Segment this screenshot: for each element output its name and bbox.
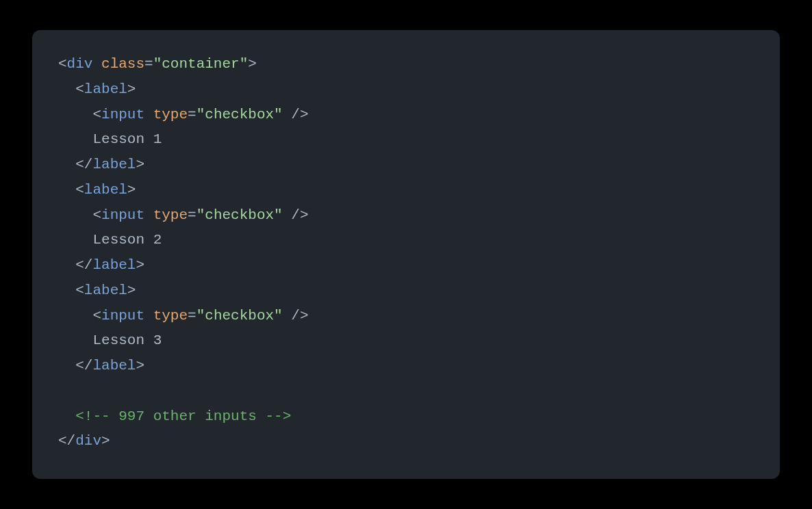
attr-type: type <box>153 107 188 122</box>
tag-input: input <box>101 308 144 324</box>
string-checkbox: "checkbox" <box>196 107 283 122</box>
bracket: > <box>248 56 257 72</box>
tag-label: label <box>92 358 136 374</box>
indent <box>58 81 75 97</box>
attr-class: class <box>101 56 144 72</box>
tag-div: div <box>67 56 93 72</box>
bracket: /> <box>283 308 309 324</box>
tag-label: label <box>92 157 136 172</box>
text-lesson2: Lesson 2 <box>92 232 162 248</box>
equals: = <box>188 308 196 324</box>
indent <box>58 157 75 172</box>
tag-input: input <box>101 107 144 122</box>
bracket: > <box>127 182 136 198</box>
bracket: </ <box>75 257 92 273</box>
bracket: > <box>127 81 136 97</box>
equals: = <box>188 107 196 122</box>
comment: <!-- 997 other inputs --> <box>75 408 291 424</box>
string-checkbox: "checkbox" <box>196 207 283 223</box>
bracket: > <box>136 358 144 374</box>
tag-label: label <box>92 257 136 273</box>
code-content: <div class="container"> <label> <input t… <box>58 52 754 454</box>
bracket: /> <box>283 207 309 223</box>
bracket: /> <box>283 107 309 122</box>
bracket: > <box>127 283 136 298</box>
string-checkbox: "checkbox" <box>196 308 283 324</box>
attr-type: type <box>153 207 188 223</box>
indent <box>58 207 92 223</box>
tag-div: div <box>75 433 101 449</box>
bracket: < <box>75 81 84 97</box>
bracket: </ <box>58 433 75 449</box>
bracket: </ <box>75 358 92 374</box>
bracket: < <box>92 207 101 223</box>
bracket: < <box>92 107 101 122</box>
indent <box>58 332 92 348</box>
equals: = <box>144 56 153 72</box>
indent <box>58 283 75 298</box>
tag-label: label <box>84 182 127 198</box>
indent <box>58 131 92 147</box>
bracket: > <box>136 157 144 172</box>
indent <box>58 232 92 248</box>
code-block: <div class="container"> <label> <input t… <box>32 30 780 479</box>
indent <box>58 408 75 424</box>
indent <box>58 308 92 324</box>
text-lesson1: Lesson 1 <box>92 131 162 147</box>
indent <box>58 358 75 374</box>
bracket: > <box>136 257 144 273</box>
bracket: < <box>92 308 101 324</box>
tag-label: label <box>84 81 127 97</box>
attr-type: type <box>153 308 188 324</box>
text-lesson3: Lesson 3 <box>92 332 162 348</box>
bracket: < <box>58 56 67 72</box>
bracket: </ <box>75 157 92 172</box>
indent <box>58 182 75 198</box>
bracket: > <box>101 433 110 449</box>
tag-input: input <box>101 207 144 223</box>
bracket: < <box>75 283 84 298</box>
tag-label: label <box>84 283 127 298</box>
bracket: < <box>75 182 84 198</box>
equals: = <box>188 207 196 223</box>
indent <box>58 257 75 273</box>
indent <box>58 107 92 122</box>
string-container: "container" <box>153 56 249 72</box>
